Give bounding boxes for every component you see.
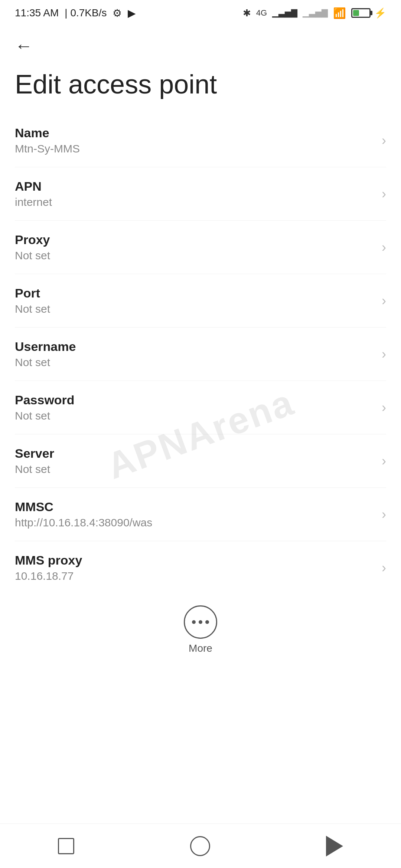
settings-item-label-name: Name xyxy=(15,126,374,140)
settings-item-content-username: Username Not set xyxy=(15,339,374,369)
chevron-right-icon-port: › xyxy=(382,293,386,309)
video-icon: ▶ xyxy=(128,7,136,19)
chevron-right-icon-server: › xyxy=(382,453,386,469)
settings-item-server[interactable]: Server Not set › xyxy=(15,434,386,488)
more-button[interactable]: More xyxy=(0,594,401,662)
settings-item-value-apn: internet xyxy=(15,196,374,208)
settings-item-password[interactable]: Password Not set › xyxy=(15,381,386,434)
recent-apps-button[interactable] xyxy=(58,838,74,854)
settings-item-value-mms-proxy: 10.16.18.77 xyxy=(15,570,374,582)
settings-item-label-port: Port xyxy=(15,286,374,300)
more-dots-icon xyxy=(192,620,209,624)
chevron-right-icon-password: › xyxy=(382,400,386,415)
wifi-icon: 📶 xyxy=(333,7,346,19)
settings-item-name[interactable]: Name Mtn-Sy-MMS › xyxy=(15,114,386,167)
battery-indicator: ⚡ xyxy=(351,7,386,19)
settings-item-content-port: Port Not set xyxy=(15,286,374,315)
settings-item-content-name: Name Mtn-Sy-MMS xyxy=(15,126,374,155)
battery-fill xyxy=(353,10,359,16)
settings-list: Name Mtn-Sy-MMS › APN internet › Proxy N… xyxy=(0,114,401,594)
status-bar: 11:35 AM | 0.7KB/s ⚙ ▶ ✱ 4G ▁▃▅▇ ▁▃▅▇ 📶 … xyxy=(0,0,401,26)
status-left: 11:35 AM | 0.7KB/s ⚙ ▶ xyxy=(15,7,136,19)
settings-item-mmsc[interactable]: MMSC http://10.16.18.4:38090/was › xyxy=(15,488,386,541)
chevron-right-icon-name: › xyxy=(382,133,386,148)
settings-item-value-name: Mtn-Sy-MMS xyxy=(15,142,374,155)
bluetooth-icon: ✱ xyxy=(243,7,251,19)
settings-item-port[interactable]: Port Not set › xyxy=(15,274,386,328)
chevron-right-icon-mmsc: › xyxy=(382,507,386,522)
more-label: More xyxy=(189,642,212,654)
header: ← Edit access point xyxy=(0,26,401,114)
chevron-right-icon-apn: › xyxy=(382,186,386,202)
chevron-right-icon-username: › xyxy=(382,346,386,362)
home-button[interactable] xyxy=(190,836,210,856)
settings-item-label-server: Server xyxy=(15,446,374,461)
back-button[interactable]: ← xyxy=(15,37,386,55)
battery-bolt: ⚡ xyxy=(374,7,386,19)
settings-item-username[interactable]: Username Not set › xyxy=(15,328,386,381)
page-title: Edit access point xyxy=(15,70,386,99)
settings-item-content-apn: APN internet xyxy=(15,179,374,208)
speed-display: | 0.7KB/s xyxy=(65,7,107,19)
back-arrow-icon: ← xyxy=(15,37,33,55)
settings-item-apn[interactable]: APN internet › xyxy=(15,167,386,221)
chevron-right-icon-mms-proxy: › xyxy=(382,560,386,576)
signal-bars-icon: ▁▃▅▇ xyxy=(272,8,297,18)
settings-item-proxy[interactable]: Proxy Not set › xyxy=(15,221,386,274)
chevron-right-icon-proxy: › xyxy=(382,240,386,255)
battery-box xyxy=(351,8,371,18)
settings-item-value-username: Not set xyxy=(15,356,374,369)
settings-item-content-mmsc: MMSC http://10.16.18.4:38090/was xyxy=(15,500,374,529)
settings-item-content-mms-proxy: MMS proxy 10.16.18.77 xyxy=(15,553,374,582)
settings-item-value-port: Not set xyxy=(15,303,374,315)
settings-item-label-mmsc: MMSC xyxy=(15,500,374,514)
time-display: 11:35 AM xyxy=(15,7,59,19)
signal-bars2-icon: ▁▃▅▇ xyxy=(303,8,328,18)
settings-item-content-password: Password Not set xyxy=(15,393,374,422)
back-nav-button[interactable] xyxy=(326,836,343,857)
settings-item-label-username: Username xyxy=(15,339,374,354)
settings-item-label-apn: APN xyxy=(15,179,374,194)
status-right: ✱ 4G ▁▃▅▇ ▁▃▅▇ 📶 ⚡ xyxy=(243,7,386,19)
settings-item-label-proxy: Proxy xyxy=(15,233,374,247)
settings-item-value-password: Not set xyxy=(15,410,374,422)
settings-icon: ⚙ xyxy=(113,7,122,19)
signal-4g-icon: 4G xyxy=(256,8,267,18)
more-circle-icon xyxy=(184,605,217,639)
settings-item-label-mms-proxy: MMS proxy xyxy=(15,553,374,568)
settings-item-content-server: Server Not set xyxy=(15,446,374,476)
nav-bar xyxy=(0,823,401,868)
settings-item-value-mmsc: http://10.16.18.4:38090/was xyxy=(15,516,374,529)
settings-item-value-proxy: Not set xyxy=(15,249,374,262)
settings-item-mms-proxy[interactable]: MMS proxy 10.16.18.77 › xyxy=(15,541,386,594)
settings-item-content-proxy: Proxy Not set xyxy=(15,233,374,262)
settings-item-value-server: Not set xyxy=(15,463,374,476)
settings-item-label-password: Password xyxy=(15,393,374,407)
